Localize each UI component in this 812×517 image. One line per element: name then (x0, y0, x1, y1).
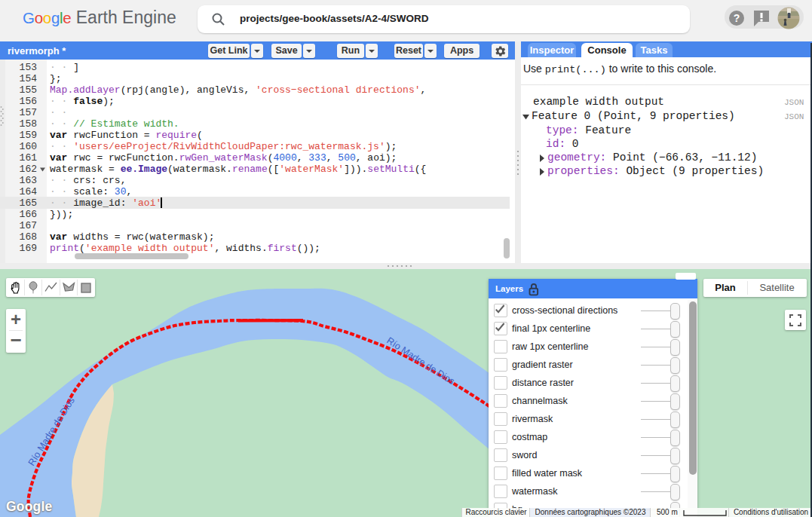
svg-text:?: ? (734, 12, 740, 24)
